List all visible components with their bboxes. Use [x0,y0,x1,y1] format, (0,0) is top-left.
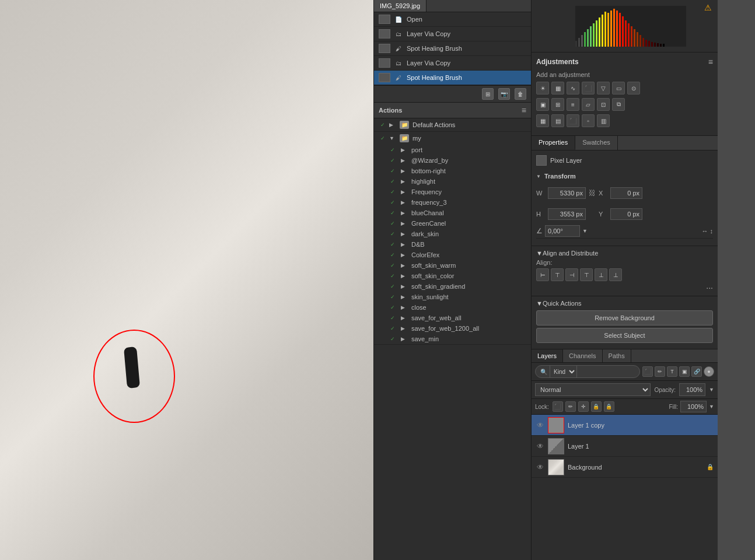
h-input[interactable] [548,208,586,220]
bw-btn[interactable]: ▣ [536,98,549,111]
lock-transparency-btn[interactable]: ⬛ [553,401,563,412]
quick-actions-header[interactable]: ▼ Quick Actions [536,300,713,307]
layer-visibility-btn[interactable]: 👁 [535,441,546,452]
layer-visibility-btn[interactable]: 👁 [535,462,546,473]
opacity-input[interactable] [679,383,705,396]
filter-smart-btn[interactable]: 🔗 [691,366,702,377]
y-input[interactable] [610,208,642,220]
levels-btn[interactable]: ▦ [551,82,564,94]
layer-name: Layer 1 [568,443,714,450]
filter-adjustment-btn[interactable]: ✏ [655,366,665,377]
action-item-db[interactable]: ✓ ▶ D&B [374,239,531,250]
threshold-btn[interactable]: ▦ [536,114,549,127]
filter-shape-btn[interactable]: ▣ [679,366,690,377]
align-bottom-btn[interactable]: ⊥ [609,268,622,281]
action-item-close[interactable]: ✓ ▶ close [374,302,531,313]
align-center-v-btn[interactable]: ⊥ [595,268,607,281]
action-item-frequency3[interactable]: ✓ ▶ frequency_3 [374,197,531,208]
exposure-btn[interactable]: ⬛ [582,82,595,94]
new-snapshot-btn[interactable]: ⊞ [482,88,494,100]
action-item-skin-sunlight[interactable]: ✓ ▶ skin_sunlight [374,292,531,302]
lock-position-btn[interactable]: ✛ [578,401,589,412]
rotation-input[interactable] [545,225,580,237]
image-tab-label: IMG_5929.jpg [380,2,420,9]
action-item-bottom-right[interactable]: ✓ ▶ bottom-right [374,166,531,176]
photo-filter-btn[interactable]: ⊞ [551,98,564,111]
layer-item-copy[interactable]: 👁 Layer 1 copy [532,415,718,436]
selective-color-btn[interactable]: ⬛ [567,114,579,127]
vibrance-btn[interactable]: ▽ [597,82,610,94]
filter-toggle-btn[interactable]: ● [704,366,714,377]
align-center-h-btn[interactable]: ⊤ [551,268,564,281]
align-distribute-header[interactable]: ▼ Align and Distribute [536,250,713,257]
history-item[interactable]: 🖌 Spot Healing Brush [374,41,531,56]
hue-saturation-btn[interactable]: ▭ [612,82,625,94]
history-item[interactable]: 🗂 Layer Via Copy [374,27,531,41]
blend-mode-select[interactable]: Normal [535,383,651,396]
action-item-dark-skin[interactable]: ✓ ▶ dark_skin [374,229,531,239]
tab-paths[interactable]: Paths [603,349,631,362]
align-right-btn[interactable]: ⊣ [565,268,578,281]
history-item[interactable]: 🖌 Spot Healing Brush [374,71,531,85]
x-input[interactable] [610,187,642,199]
adjustments-menu-btn[interactable]: ≡ [708,57,713,66]
tab-layers[interactable]: Layers [532,349,563,362]
more-align-btn[interactable]: ··· [536,283,713,292]
create-document-btn[interactable]: 📷 [498,88,510,100]
action-item-soft-skin-color[interactable]: ✓ ▶ soft_skin_color [374,271,531,281]
tab-swatches[interactable]: Swatches [575,136,618,150]
filter-pixel-btn[interactable]: ⬛ [642,366,653,377]
align-left-btn[interactable]: ⊢ [536,268,549,281]
lock-artboard-btn[interactable]: 🔒 [591,401,602,412]
action-item-soft-skin-gradiend[interactable]: ✓ ▶ soft_skin_gradiend [374,281,531,292]
channel-mixer-btn[interactable]: ≡ [567,98,579,111]
w-input[interactable] [548,187,586,199]
action-group-my-header[interactable]: ✓ ▼ 📁 my [374,132,531,145]
action-item-soft-skin-warm[interactable]: ✓ ▶ soft_skin_warm [374,260,531,271]
layer-item-1[interactable]: 👁 Layer 1 [532,436,718,457]
action-item-highlight[interactable]: ✓ ▶ highlight [374,176,531,187]
history-item[interactable]: 🗂 Layer Via Copy [374,56,531,71]
action-item-colorefex[interactable]: ✓ ▶ ColorEfex [374,250,531,260]
fill-input[interactable] [680,401,707,412]
tab-channels[interactable]: Channels [563,349,602,362]
lock-all-btn[interactable]: 🔒 [604,401,614,412]
action-item-bluechanal[interactable]: ✓ ▶ blueChanal [374,208,531,218]
actions-section: Actions ≡ ✓ ▶ 📁 Default Actions ✓ ▼ 📁 my… [374,103,531,560]
filter-type-btn[interactable]: T [667,366,677,377]
action-item-save-web-1200[interactable]: ✓ ▶ save_for_web_1200_all [374,323,531,334]
color-lookup-btn[interactable]: ▱ [582,98,595,111]
action-item-frequency[interactable]: ✓ ▶ Frequency [374,187,531,197]
pattern-btn[interactable]: ▥ [597,114,610,127]
folder-icon: 📁 [400,134,409,142]
history-item[interactable]: 📄 Open [374,12,531,27]
action-item-save-web-all[interactable]: ✓ ▶ save_for_web_all [374,313,531,323]
delete-state-btn[interactable]: 🗑 [515,88,526,100]
action-item-port[interactable]: ✓ ▶ port [374,145,531,155]
remove-background-btn[interactable]: Remove Background [536,310,713,326]
transform-header[interactable]: ▼ Transform [536,170,713,182]
action-group-default-header[interactable]: ✓ ▶ 📁 Default Actions [374,118,531,131]
fill-dropdown[interactable]: ▼ [709,404,714,410]
action-item-greencanel[interactable]: ✓ ▶ GreenCanel [374,218,531,229]
select-subject-btn[interactable]: Select Subject [536,328,713,343]
align-top-btn[interactable]: ⊤ [580,268,593,281]
opacity-dropdown[interactable]: ▼ [709,387,714,393]
gradient-map-btn[interactable]: ▤ [551,114,564,127]
posterize-btn[interactable]: ⧉ [612,98,625,111]
brightness-contrast-btn[interactable]: ☀ [536,82,549,94]
smart-object-btn[interactable]: ▫ [582,114,595,127]
layer-visibility-btn[interactable]: 👁 [535,420,546,430]
invert-btn[interactable]: ⊡ [597,98,610,111]
action-item-save-min[interactable]: ✓ ▶ save_min [374,334,531,344]
tab-properties[interactable]: Properties [532,136,575,150]
layers-kind-select[interactable]: Kind [550,365,577,378]
color-balance-btn[interactable]: ⊙ [627,82,640,94]
action-item-wizard[interactable]: ✓ ▶ @Wizard_by [374,155,531,166]
rotation-dropdown[interactable]: ▼ [582,228,588,234]
curves-btn[interactable]: ∿ [567,82,579,94]
layer-item-background[interactable]: 👁 Background 🔒 [532,457,718,478]
lock-image-btn[interactable]: ✏ [565,401,576,412]
image-tab[interactable]: IMG_5929.jpg [374,0,427,12]
actions-menu-btn[interactable]: ≡ [522,106,526,115]
